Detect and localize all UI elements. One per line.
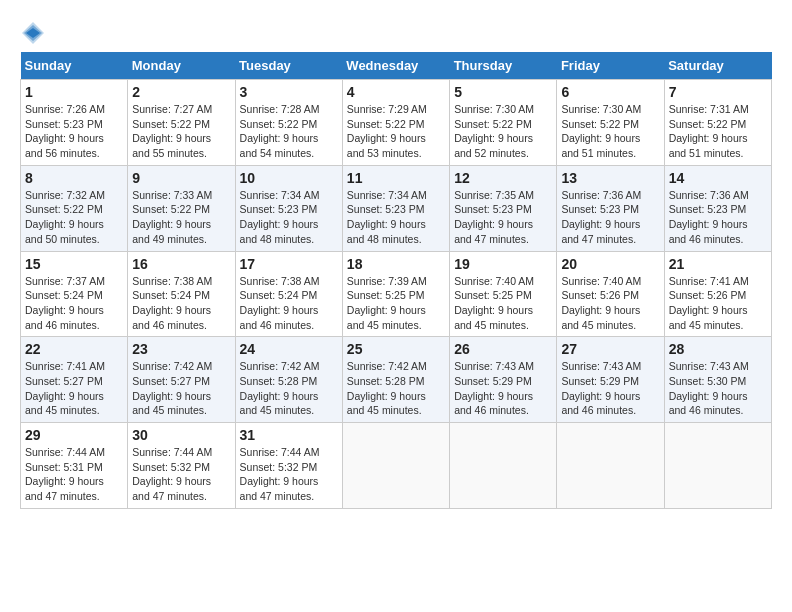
calendar-row-5: 29 Sunrise: 7:44 AM Sunset: 5:31 PM Dayl… xyxy=(21,423,772,509)
table-row: 23 Sunrise: 7:42 AM Sunset: 5:27 PM Dayl… xyxy=(128,337,235,423)
table-row: 28 Sunrise: 7:43 AM Sunset: 5:30 PM Dayl… xyxy=(664,337,771,423)
table-row xyxy=(664,423,771,509)
day-number: 8 xyxy=(25,170,123,186)
day-number: 19 xyxy=(454,256,552,272)
table-row xyxy=(557,423,664,509)
calendar-row-2: 8 Sunrise: 7:32 AM Sunset: 5:22 PM Dayli… xyxy=(21,165,772,251)
day-info: Sunrise: 7:44 AM Sunset: 5:32 PM Dayligh… xyxy=(132,445,230,504)
table-row: 10 Sunrise: 7:34 AM Sunset: 5:23 PM Dayl… xyxy=(235,165,342,251)
table-row: 4 Sunrise: 7:29 AM Sunset: 5:22 PM Dayli… xyxy=(342,80,449,166)
table-row: 27 Sunrise: 7:43 AM Sunset: 5:29 PM Dayl… xyxy=(557,337,664,423)
table-row: 3 Sunrise: 7:28 AM Sunset: 5:22 PM Dayli… xyxy=(235,80,342,166)
day-info: Sunrise: 7:38 AM Sunset: 5:24 PM Dayligh… xyxy=(132,274,230,333)
day-info: Sunrise: 7:43 AM Sunset: 5:29 PM Dayligh… xyxy=(454,359,552,418)
day-info: Sunrise: 7:30 AM Sunset: 5:22 PM Dayligh… xyxy=(561,102,659,161)
day-info: Sunrise: 7:37 AM Sunset: 5:24 PM Dayligh… xyxy=(25,274,123,333)
day-number: 30 xyxy=(132,427,230,443)
day-number: 5 xyxy=(454,84,552,100)
day-info: Sunrise: 7:44 AM Sunset: 5:31 PM Dayligh… xyxy=(25,445,123,504)
day-number: 20 xyxy=(561,256,659,272)
day-info: Sunrise: 7:42 AM Sunset: 5:28 PM Dayligh… xyxy=(240,359,338,418)
table-row: 13 Sunrise: 7:36 AM Sunset: 5:23 PM Dayl… xyxy=(557,165,664,251)
day-number: 26 xyxy=(454,341,552,357)
day-number: 11 xyxy=(347,170,445,186)
day-info: Sunrise: 7:31 AM Sunset: 5:22 PM Dayligh… xyxy=(669,102,767,161)
table-row: 9 Sunrise: 7:33 AM Sunset: 5:22 PM Dayli… xyxy=(128,165,235,251)
day-info: Sunrise: 7:35 AM Sunset: 5:23 PM Dayligh… xyxy=(454,188,552,247)
day-info: Sunrise: 7:32 AM Sunset: 5:22 PM Dayligh… xyxy=(25,188,123,247)
day-number: 14 xyxy=(669,170,767,186)
header-wednesday: Wednesday xyxy=(342,52,449,80)
calendar-row-4: 22 Sunrise: 7:41 AM Sunset: 5:27 PM Dayl… xyxy=(21,337,772,423)
calendar-table: Sunday Monday Tuesday Wednesday Thursday… xyxy=(20,52,772,509)
table-row xyxy=(342,423,449,509)
day-number: 16 xyxy=(132,256,230,272)
header-tuesday: Tuesday xyxy=(235,52,342,80)
day-info: Sunrise: 7:42 AM Sunset: 5:27 PM Dayligh… xyxy=(132,359,230,418)
day-number: 22 xyxy=(25,341,123,357)
day-info: Sunrise: 7:29 AM Sunset: 5:22 PM Dayligh… xyxy=(347,102,445,161)
day-number: 31 xyxy=(240,427,338,443)
day-number: 3 xyxy=(240,84,338,100)
table-row: 8 Sunrise: 7:32 AM Sunset: 5:22 PM Dayli… xyxy=(21,165,128,251)
table-row xyxy=(450,423,557,509)
table-row: 16 Sunrise: 7:38 AM Sunset: 5:24 PM Dayl… xyxy=(128,251,235,337)
day-number: 9 xyxy=(132,170,230,186)
day-info: Sunrise: 7:39 AM Sunset: 5:25 PM Dayligh… xyxy=(347,274,445,333)
calendar-row-3: 15 Sunrise: 7:37 AM Sunset: 5:24 PM Dayl… xyxy=(21,251,772,337)
day-info: Sunrise: 7:44 AM Sunset: 5:32 PM Dayligh… xyxy=(240,445,338,504)
day-info: Sunrise: 7:36 AM Sunset: 5:23 PM Dayligh… xyxy=(561,188,659,247)
header-friday: Friday xyxy=(557,52,664,80)
table-row: 26 Sunrise: 7:43 AM Sunset: 5:29 PM Dayl… xyxy=(450,337,557,423)
day-info: Sunrise: 7:34 AM Sunset: 5:23 PM Dayligh… xyxy=(347,188,445,247)
day-number: 25 xyxy=(347,341,445,357)
header-thursday: Thursday xyxy=(450,52,557,80)
table-row: 29 Sunrise: 7:44 AM Sunset: 5:31 PM Dayl… xyxy=(21,423,128,509)
table-row: 18 Sunrise: 7:39 AM Sunset: 5:25 PM Dayl… xyxy=(342,251,449,337)
table-row: 20 Sunrise: 7:40 AM Sunset: 5:26 PM Dayl… xyxy=(557,251,664,337)
table-row: 17 Sunrise: 7:38 AM Sunset: 5:24 PM Dayl… xyxy=(235,251,342,337)
table-row: 6 Sunrise: 7:30 AM Sunset: 5:22 PM Dayli… xyxy=(557,80,664,166)
day-number: 4 xyxy=(347,84,445,100)
table-row: 11 Sunrise: 7:34 AM Sunset: 5:23 PM Dayl… xyxy=(342,165,449,251)
table-row: 24 Sunrise: 7:42 AM Sunset: 5:28 PM Dayl… xyxy=(235,337,342,423)
day-info: Sunrise: 7:28 AM Sunset: 5:22 PM Dayligh… xyxy=(240,102,338,161)
logo xyxy=(20,20,46,42)
table-row: 31 Sunrise: 7:44 AM Sunset: 5:32 PM Dayl… xyxy=(235,423,342,509)
table-row: 30 Sunrise: 7:44 AM Sunset: 5:32 PM Dayl… xyxy=(128,423,235,509)
table-row: 5 Sunrise: 7:30 AM Sunset: 5:22 PM Dayli… xyxy=(450,80,557,166)
day-info: Sunrise: 7:30 AM Sunset: 5:22 PM Dayligh… xyxy=(454,102,552,161)
header-saturday: Saturday xyxy=(664,52,771,80)
table-row: 1 Sunrise: 7:26 AM Sunset: 5:23 PM Dayli… xyxy=(21,80,128,166)
day-info: Sunrise: 7:40 AM Sunset: 5:26 PM Dayligh… xyxy=(561,274,659,333)
day-number: 1 xyxy=(25,84,123,100)
day-info: Sunrise: 7:34 AM Sunset: 5:23 PM Dayligh… xyxy=(240,188,338,247)
day-info: Sunrise: 7:41 AM Sunset: 5:27 PM Dayligh… xyxy=(25,359,123,418)
table-row: 7 Sunrise: 7:31 AM Sunset: 5:22 PM Dayli… xyxy=(664,80,771,166)
day-info: Sunrise: 7:27 AM Sunset: 5:22 PM Dayligh… xyxy=(132,102,230,161)
days-header-row: Sunday Monday Tuesday Wednesday Thursday… xyxy=(21,52,772,80)
table-row: 15 Sunrise: 7:37 AM Sunset: 5:24 PM Dayl… xyxy=(21,251,128,337)
day-number: 28 xyxy=(669,341,767,357)
day-number: 15 xyxy=(25,256,123,272)
day-info: Sunrise: 7:42 AM Sunset: 5:28 PM Dayligh… xyxy=(347,359,445,418)
day-number: 29 xyxy=(25,427,123,443)
day-info: Sunrise: 7:38 AM Sunset: 5:24 PM Dayligh… xyxy=(240,274,338,333)
header-monday: Monday xyxy=(128,52,235,80)
day-number: 13 xyxy=(561,170,659,186)
table-row: 21 Sunrise: 7:41 AM Sunset: 5:26 PM Dayl… xyxy=(664,251,771,337)
table-row: 14 Sunrise: 7:36 AM Sunset: 5:23 PM Dayl… xyxy=(664,165,771,251)
table-row: 25 Sunrise: 7:42 AM Sunset: 5:28 PM Dayl… xyxy=(342,337,449,423)
page-header xyxy=(20,20,772,42)
table-row: 2 Sunrise: 7:27 AM Sunset: 5:22 PM Dayli… xyxy=(128,80,235,166)
day-info: Sunrise: 7:43 AM Sunset: 5:29 PM Dayligh… xyxy=(561,359,659,418)
table-row: 19 Sunrise: 7:40 AM Sunset: 5:25 PM Dayl… xyxy=(450,251,557,337)
calendar-row-1: 1 Sunrise: 7:26 AM Sunset: 5:23 PM Dayli… xyxy=(21,80,772,166)
day-number: 21 xyxy=(669,256,767,272)
day-number: 2 xyxy=(132,84,230,100)
day-number: 17 xyxy=(240,256,338,272)
day-info: Sunrise: 7:36 AM Sunset: 5:23 PM Dayligh… xyxy=(669,188,767,247)
day-info: Sunrise: 7:40 AM Sunset: 5:25 PM Dayligh… xyxy=(454,274,552,333)
day-info: Sunrise: 7:43 AM Sunset: 5:30 PM Dayligh… xyxy=(669,359,767,418)
day-number: 18 xyxy=(347,256,445,272)
